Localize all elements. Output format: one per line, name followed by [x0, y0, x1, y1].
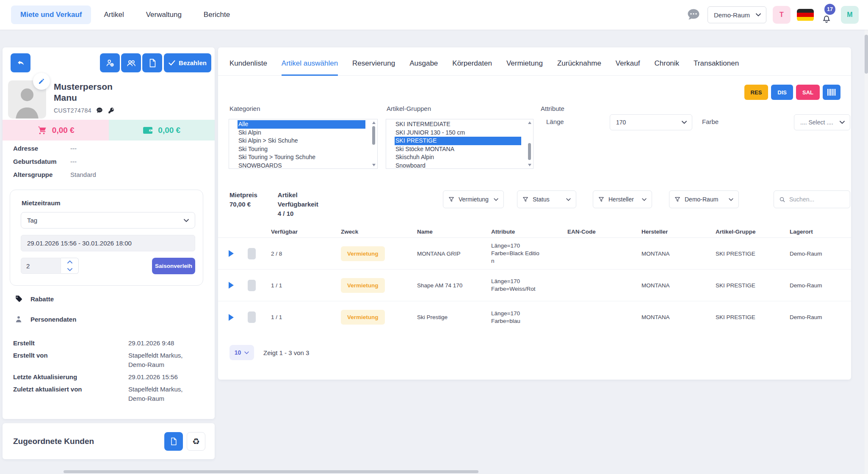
filter-vermietung[interactable]: Vermietung	[443, 190, 504, 208]
horizontal-scrollbar-thumb[interactable]	[64, 470, 478, 473]
groups-scrollbar[interactable]	[527, 120, 532, 168]
comment-icon[interactable]	[96, 107, 103, 114]
document-button[interactable]	[142, 53, 162, 72]
quantity-stepper: 2	[21, 258, 79, 274]
chat-icon[interactable]	[686, 7, 701, 22]
dis-button[interactable]: DIS	[771, 85, 793, 100]
table-row[interactable]: 1 / 1 Vermietung Shape AM 74 170 Länge=1…	[218, 270, 851, 301]
group-item[interactable]: SKI JUNIOR 130 - 150 cm	[395, 129, 521, 137]
document-icon	[170, 437, 177, 446]
nav-verwaltung[interactable]: Verwaltung	[137, 6, 191, 24]
chevron-down-icon	[642, 198, 647, 201]
profile-badge[interactable]: T	[773, 6, 791, 24]
edit-customer-button[interactable]	[33, 73, 50, 90]
legend-buttons: RES DIS SAL	[744, 85, 840, 100]
tab-chronik[interactable]: Chronik	[655, 59, 680, 75]
tab-transaktionen[interactable]: Transaktionen	[694, 59, 739, 75]
page-size-select[interactable]: 10	[229, 345, 254, 360]
group-item[interactable]: SKI INTERMEDIATE	[395, 120, 521, 129]
sal-button[interactable]: SAL	[796, 85, 820, 100]
group-item[interactable]: Ski Stöcke MONTANA	[395, 145, 521, 154]
scroll-down-icon[interactable]	[372, 164, 376, 166]
group-item[interactable]: Snowboard	[395, 162, 521, 169]
chevron-down-icon	[244, 351, 249, 354]
room-select[interactable]: Demo-Raum	[708, 6, 766, 23]
category-item[interactable]: Ski Alpin > Ski Schuhe	[238, 137, 365, 145]
category-item[interactable]: Ski Touring	[238, 145, 365, 154]
language-flag-german-icon[interactable]	[797, 9, 814, 21]
personal-data-section[interactable]: Personendaten	[14, 315, 76, 323]
funnel-icon	[674, 196, 680, 202]
expand-row-icon[interactable]	[229, 282, 234, 289]
rental-unit-select[interactable]: Tag	[21, 212, 195, 229]
group-item[interactable]: SKI PRESTIGE	[395, 137, 521, 145]
scroll-up-icon[interactable]	[372, 121, 376, 124]
tab-zuruecknahme[interactable]: Zurücknahme	[557, 59, 601, 75]
back-button[interactable]	[11, 53, 30, 72]
assigned-customers-document-button[interactable]	[164, 432, 183, 451]
tab-artikel-auswaehlen[interactable]: Artikel auswählen	[282, 59, 338, 76]
group-item[interactable]: Skischuh Alpin	[395, 153, 521, 162]
search-icon	[779, 196, 785, 203]
res-button[interactable]: RES	[744, 85, 768, 100]
categories-scrollbar[interactable]	[371, 120, 376, 168]
scroll-down-icon[interactable]	[528, 164, 531, 166]
row-checkbox[interactable]	[248, 311, 256, 323]
tab-vermietung[interactable]: Vermietung	[506, 59, 543, 75]
category-item[interactable]: Ski Alpin	[238, 129, 365, 137]
row-checkbox[interactable]	[248, 280, 256, 291]
assigned-customers-share-button[interactable]: ♻	[187, 432, 205, 451]
expand-row-icon[interactable]	[229, 314, 234, 321]
filter-hersteller[interactable]: Hersteller	[593, 190, 652, 208]
balance-total[interactable]: 0,00 €	[109, 120, 215, 141]
search-input[interactable]	[789, 196, 840, 203]
filter-status[interactable]: Status	[517, 190, 576, 208]
pay-button[interactable]: Bezahlen	[164, 53, 211, 72]
tab-verkauf[interactable]: Verkauf	[616, 59, 640, 75]
customer-fields: Adresse --- Geburtsdatum --- Altersgrupp…	[13, 145, 204, 184]
vertical-scrollbar-thumb[interactable]	[865, 35, 868, 74]
vertical-scrollbar[interactable]	[865, 30, 868, 474]
category-item[interactable]: Ski Touring > Touring Schuhe	[238, 153, 365, 162]
tab-koerperdaten[interactable]: Körperdaten	[452, 59, 492, 75]
row-checkbox[interactable]	[248, 248, 256, 259]
cart-total[interactable]: 0,00 €	[3, 120, 109, 141]
table-row[interactable]: 1 / 1 Vermietung Ski Prestige Länge=170 …	[218, 301, 851, 333]
scroll-up-icon[interactable]	[528, 121, 531, 124]
expand-row-icon[interactable]	[229, 250, 234, 257]
attributes-title: Attribute	[541, 105, 564, 112]
groups-title: Artikel-Gruppen	[387, 105, 431, 112]
notifications-button[interactable]: 17	[820, 6, 835, 24]
category-item[interactable]: Alle	[238, 120, 365, 129]
quantity-down-button[interactable]	[61, 266, 78, 273]
nav-berichte[interactable]: Berichte	[194, 6, 239, 24]
quantity-value[interactable]: 2	[21, 258, 61, 274]
add-customer-button[interactable]	[100, 53, 120, 72]
rent-price: Mietpreis 70,00 €	[229, 190, 257, 218]
filter-lagerort[interactable]: Demo-Raum	[669, 190, 739, 208]
barcode-scan-button[interactable]	[823, 85, 840, 100]
groups-listbox: SKI INTERMEDIATE SKI JUNIOR 130 - 150 cm…	[386, 119, 534, 169]
wallet-icon	[143, 126, 153, 135]
discounts-section[interactable]: Rabatte	[14, 295, 54, 303]
length-select[interactable]: 170	[610, 114, 692, 130]
meta-letzte-aktualisierung: Letzte Aktualisierung29.01.2026 15:56	[13, 372, 206, 382]
tab-kundenliste[interactable]: Kundenliste	[229, 59, 267, 75]
nav-artikel[interactable]: Artikel	[94, 6, 133, 24]
tag-icon	[14, 295, 23, 303]
tab-reservierung[interactable]: Reservierung	[352, 59, 395, 75]
season-rental-button[interactable]: Saisonverleih	[152, 258, 195, 274]
user-badge[interactable]: M	[841, 6, 859, 24]
table-row[interactable]: 2 / 8 Vermietung MONTANA GRIP Länge=170 …	[218, 238, 851, 270]
tab-ausgabe[interactable]: Ausgabe	[409, 59, 438, 75]
color-select[interactable]: .... Select ....	[794, 114, 850, 130]
category-item[interactable]: SNOWBOARDS	[238, 162, 365, 169]
quantity-up-button[interactable]	[61, 258, 78, 266]
order-tabs: Kundenliste Artikel auswählen Reservieru…	[218, 47, 851, 76]
funnel-icon	[448, 196, 454, 202]
key-icon[interactable]	[108, 107, 115, 114]
nav-miete-und-verkauf[interactable]: Miete und Verkauf	[11, 6, 91, 24]
customer-group-button[interactable]	[121, 53, 141, 72]
assigned-customers-card: Zugeordnete Kunden ♻	[3, 423, 215, 459]
rental-daterange-input[interactable]: 29.01.2026 15:56 - 30.01.2026 18:00	[21, 235, 195, 251]
